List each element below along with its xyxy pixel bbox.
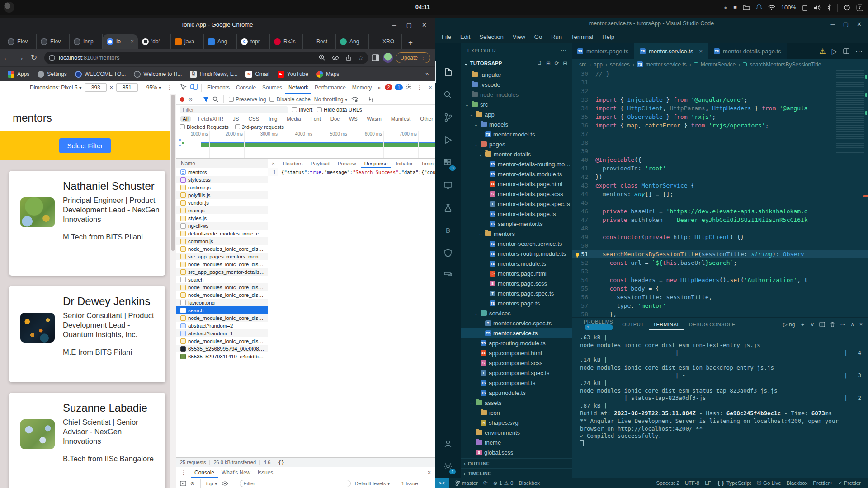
drawer-menu-icon[interactable]: ⋮ bbox=[178, 469, 189, 476]
third-party-checkbox[interactable]: 3rd-party requests bbox=[235, 124, 284, 130]
tree-item-mentor-service-spec-ts[interactable]: Tmentor.service.spec.ts bbox=[461, 318, 572, 328]
activity-shield-icon[interactable] bbox=[435, 242, 461, 264]
type-filter-other[interactable]: Other bbox=[417, 116, 435, 122]
name-column-header[interactable]: Name bbox=[176, 159, 268, 168]
mentor-card[interactable]: Suzanne LabadieChief Scientist | Senior … bbox=[9, 393, 165, 488]
workspace-root-row[interactable]: ⌄TUTORSAPP 🗋 ⊞ ⟳ ⊟ bbox=[461, 58, 572, 69]
throttling-select[interactable]: No throttling ▾ bbox=[314, 96, 348, 103]
panel-tab-terminal[interactable]: TERMINAL bbox=[649, 319, 684, 330]
tree-item-mentor-details[interactable]: ⌄mentor-details bbox=[461, 149, 572, 159]
section-outline[interactable]: ›OUTLINE bbox=[461, 458, 572, 468]
breadcrumb-item[interactable]: searchMentorsBySessionTitle bbox=[750, 61, 821, 68]
request-row[interactable]: runtime.js bbox=[176, 183, 268, 191]
kill-terminal-icon[interactable] bbox=[830, 322, 835, 327]
tree-item-mentor-details-page-spec-ts[interactable]: Tmentor-details.page.spec.ts bbox=[461, 199, 572, 209]
breadcrumb-item[interactable]: services bbox=[610, 61, 630, 68]
breadcrumb-item[interactable]: app bbox=[594, 61, 603, 68]
chrome-menu-icon[interactable]: ⋮ bbox=[420, 55, 426, 61]
request-row[interactable]: node_modules_ionic_core_dist_esm_ion bbox=[176, 283, 268, 291]
request-row[interactable]: search bbox=[176, 306, 268, 314]
clock[interactable]: 04:11 bbox=[409, 4, 436, 10]
tree-item--angular[interactable]: .angular bbox=[461, 70, 572, 80]
activity-tools-icon[interactable] bbox=[435, 265, 461, 286]
tree-item-pages[interactable]: ⌄pages bbox=[461, 139, 572, 149]
tab-close-icon[interactable]: × bbox=[131, 38, 134, 45]
tree-item-mentor-details-page-ts[interactable]: TSmentor-details.page.ts bbox=[461, 209, 572, 219]
request-row[interactable]: node_modules_ionic_core_dist_esm_ion bbox=[176, 337, 268, 345]
tree-item-environments[interactable]: environments bbox=[461, 427, 572, 437]
editor-tab-mentors-page-ts[interactable]: TSmentors.page.ts bbox=[572, 43, 634, 59]
section-timeline[interactable]: ›TIMELINE bbox=[461, 468, 572, 478]
bookmark-settings[interactable]: Settings bbox=[34, 70, 70, 79]
notification-bell-icon[interactable] bbox=[756, 4, 762, 11]
log-levels-select[interactable]: Default levels ▾ bbox=[355, 480, 390, 487]
details-tab-preview[interactable]: Preview bbox=[334, 160, 360, 168]
device-toolbar-menu-icon[interactable]: ⋮ bbox=[167, 84, 172, 91]
request-row[interactable]: node_modules_ionic_core_dist_esm_ion bbox=[176, 260, 268, 268]
sync-icon[interactable]: ⟳ bbox=[481, 480, 491, 486]
new-file-icon[interactable]: 🗋 bbox=[537, 60, 542, 66]
tree-item-mentors-module-ts[interactable]: TSmentors.module.ts bbox=[461, 258, 572, 268]
browser-tab-rxjs[interactable]: RxJs bbox=[270, 34, 303, 49]
tray-expand-icon[interactable] bbox=[856, 4, 863, 11]
panel-more-icon[interactable]: ⋯ bbox=[840, 321, 845, 328]
mentor-card[interactable]: Nathaniel SchusterPrincipal Engineer | P… bbox=[9, 171, 165, 276]
tree-item-mentor-details-module-ts[interactable]: TSmentor-details.module.ts bbox=[461, 169, 572, 179]
type-filter-css[interactable]: CSS bbox=[245, 116, 262, 122]
activity-testing-icon[interactable] bbox=[435, 197, 461, 219]
tree-item-mentor-details-routing-module-ts[interactable]: TSmentor-details-routing.module.ts bbox=[461, 159, 572, 169]
menu-help[interactable]: Help bbox=[598, 32, 618, 42]
editor-tab-close-icon[interactable]: × bbox=[699, 48, 703, 55]
panel-tab-debug-console[interactable]: DEBUG CONSOLE bbox=[685, 319, 739, 330]
mentor-card[interactable]: Dr Dewey JenkinsSenior Consultant | Prod… bbox=[9, 286, 165, 382]
tree-item-services[interactable]: ⌄services bbox=[461, 308, 572, 318]
status-blackbox[interactable]: Blackbox bbox=[784, 480, 811, 486]
breadcrumb[interactable]: src›app›services›TSmentor.service.ts›Men… bbox=[572, 59, 868, 70]
devtools-tab-memory[interactable]: Memory bbox=[349, 82, 375, 94]
eye-icon[interactable] bbox=[222, 481, 228, 486]
details-tab-headers[interactable]: Headers bbox=[279, 160, 306, 168]
devtools-tab-sources[interactable]: Sources bbox=[259, 82, 285, 94]
type-filter-fetchxhr[interactable]: Fetch/XHR bbox=[195, 116, 226, 122]
status-utf-8[interactable]: UTF-8 bbox=[682, 480, 703, 486]
share-icon[interactable] bbox=[345, 55, 352, 61]
tree-item-app-component-spec-ts[interactable]: Tapp.component.spec.ts bbox=[461, 368, 572, 378]
editor-tab-mentor-details-page-ts[interactable]: TSmentor-details.page.ts bbox=[708, 43, 787, 59]
clear-button[interactable]: ⊘ bbox=[188, 96, 193, 103]
tree-item-shapes-svg[interactable]: ◳shapes.svg bbox=[461, 418, 572, 427]
menu-selection[interactable]: Selection bbox=[475, 32, 507, 42]
bookmark-star-icon[interactable]: ☆ bbox=[358, 54, 364, 61]
breadcrumb-item[interactable]: src bbox=[579, 61, 586, 68]
blocked-requests-checkbox[interactable]: Blocked Requests bbox=[180, 124, 229, 130]
tree-item-mentors-page-spec-ts[interactable]: Tmentors.page.spec.ts bbox=[461, 288, 572, 298]
console-clear-icon[interactable]: ⊘ bbox=[190, 480, 195, 487]
distro-logo-icon[interactable] bbox=[4, 2, 14, 13]
record-button[interactable] bbox=[180, 97, 184, 102]
blackbox-status[interactable]: Blackbox bbox=[516, 480, 542, 486]
type-filter-doc[interactable]: Doc bbox=[328, 116, 342, 122]
tree-item-mentor-details-page-html[interactable]: <>mentor-details.page.html bbox=[461, 179, 572, 189]
menu-icon[interactable]: ≡ bbox=[733, 4, 737, 11]
maximize-panel-icon[interactable]: ∧ bbox=[850, 321, 854, 328]
request-row[interactable]: search bbox=[176, 276, 268, 283]
bookmark-youtube[interactable]: YouTube bbox=[274, 70, 311, 79]
invert-checkbox[interactable]: Invert bbox=[292, 107, 312, 113]
more-actions-icon[interactable]: ⋯ bbox=[855, 47, 863, 56]
devtools-tab-performance[interactable]: Performance bbox=[311, 82, 349, 94]
devtools-tab-network[interactable]: Network bbox=[285, 82, 311, 94]
minimize-button[interactable]: ─ bbox=[392, 22, 396, 28]
close-panel-icon[interactable]: × bbox=[859, 321, 863, 328]
request-row[interactable]: favicon.png bbox=[176, 299, 268, 306]
bookmark-maps[interactable]: Maps bbox=[313, 70, 342, 79]
run-file-icon[interactable]: ▷ bbox=[832, 47, 837, 56]
tree-item-app-component-html[interactable]: <>app.component.html bbox=[461, 348, 572, 358]
disable-cache-checkbox[interactable]: Disable cache bbox=[269, 96, 310, 103]
breadcrumb-item[interactable]: MentorService bbox=[701, 61, 736, 68]
request-row[interactable]: src_app_pages_mentor-details_mentor bbox=[176, 268, 268, 276]
browser-tab-elev[interactable]: Elev bbox=[37, 34, 70, 49]
terminal-select-chevron-icon[interactable]: ∨ bbox=[810, 321, 814, 328]
minimap[interactable] bbox=[836, 70, 864, 153]
tree-item-mentor-details-page-scss[interactable]: Smentor-details.page.scss bbox=[461, 189, 572, 199]
devtools-tab-elements[interactable]: Elements bbox=[204, 82, 233, 94]
details-close-icon[interactable]: × bbox=[268, 161, 278, 166]
